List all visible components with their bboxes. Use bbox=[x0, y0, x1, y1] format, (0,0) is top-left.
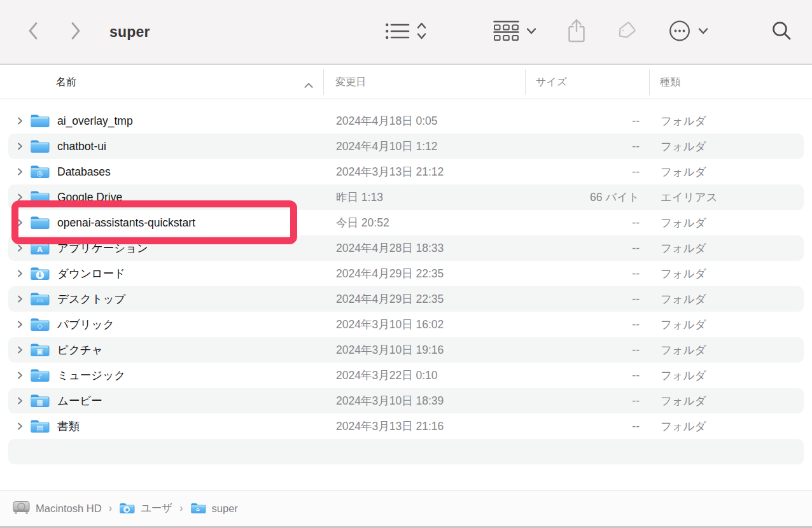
file-kind: フォルダ bbox=[661, 159, 706, 184]
file-size: -- bbox=[525, 134, 640, 159]
sort-ascending-icon bbox=[304, 80, 314, 91]
file-name: ピクチャ bbox=[57, 337, 103, 363]
disclosure-chevron-icon[interactable] bbox=[17, 218, 23, 229]
group-by-button[interactable] bbox=[493, 20, 537, 44]
disclosure-chevron-icon[interactable] bbox=[17, 371, 23, 382]
more-ellipsis-icon bbox=[668, 20, 691, 45]
file-row[interactable]: ▤書類2024年3月13日 21:16--フォルダ bbox=[0, 413, 812, 439]
breadcrumb-label: ユーザ bbox=[141, 501, 172, 515]
file-size: -- bbox=[525, 413, 640, 439]
file-name: chatbot-ui bbox=[57, 134, 106, 159]
share-icon bbox=[566, 18, 587, 46]
folder-icon: A bbox=[30, 240, 50, 256]
view-options-control[interactable] bbox=[386, 22, 427, 43]
file-kind: フォルダ bbox=[661, 388, 706, 413]
file-kind: フォルダ bbox=[661, 286, 706, 312]
file-row[interactable]: ▣ピクチャ2024年3月10日 19:16--フォルダ bbox=[0, 337, 812, 363]
disclosure-chevron-icon[interactable] bbox=[17, 116, 23, 127]
column-header-modified[interactable]: 変更日 bbox=[335, 65, 366, 99]
breadcrumb-label: Macintosh HD bbox=[36, 503, 102, 515]
disclosure-chevron-icon[interactable] bbox=[17, 142, 23, 153]
file-row[interactable]: openai-assistants-quickstart今日 20:52--フォ… bbox=[0, 210, 812, 235]
search-icon bbox=[771, 20, 792, 43]
file-row[interactable]: ▦ムービー2024年3月10日 18:39--フォルダ bbox=[0, 388, 812, 413]
forward-chevron-icon bbox=[69, 21, 83, 43]
file-row[interactable]: chatbot-ui2024年4月10日 1:12--フォルダ bbox=[0, 134, 812, 159]
modified-date: 2024年3月10日 18:39 bbox=[336, 388, 444, 413]
folder-icon bbox=[30, 139, 50, 155]
column-divider[interactable] bbox=[649, 69, 650, 95]
disclosure-chevron-icon[interactable] bbox=[17, 244, 23, 254]
list-view-icon bbox=[386, 22, 410, 41]
file-name: ミュージック bbox=[57, 363, 125, 388]
file-kind: フォルダ bbox=[661, 337, 706, 363]
breadcrumb-super[interactable]: ⌂ super bbox=[190, 502, 238, 515]
file-name: Google Drive bbox=[57, 184, 122, 210]
breadcrumb-separator: › bbox=[108, 503, 113, 514]
file-name: デスクトップ bbox=[57, 286, 125, 312]
folder-icon: ▣ bbox=[30, 342, 50, 358]
file-kind: エイリアス bbox=[661, 184, 718, 210]
forward-button[interactable] bbox=[69, 21, 83, 43]
file-row[interactable]: Aアプリケーション2024年4月28日 18:33--フォルダ bbox=[0, 235, 812, 261]
file-size: -- bbox=[525, 337, 640, 363]
downloads-emblem-icon: ↓ bbox=[36, 271, 44, 279]
file-row[interactable]: ◇パブリック2024年3月10日 16:02--フォルダ bbox=[0, 312, 812, 337]
pictures-emblem-icon: ▣ bbox=[36, 348, 43, 355]
share-button[interactable] bbox=[566, 18, 587, 46]
file-row[interactable]: ai_overlay_tmp2024年4月18日 0:05--フォルダ bbox=[0, 108, 812, 134]
modified-date: 2024年4月29日 22:35 bbox=[336, 286, 444, 312]
disclosure-chevron-icon[interactable] bbox=[17, 295, 23, 305]
folder-icon: ▤ bbox=[30, 419, 50, 434]
file-row[interactable]: Google Drive昨日 1:1366 バイトエイリアス bbox=[0, 184, 812, 210]
folder-icon: ▭ bbox=[30, 291, 50, 307]
search-button[interactable] bbox=[771, 20, 792, 43]
folder-icon bbox=[30, 190, 50, 205]
public-emblem-icon: ◇ bbox=[37, 323, 42, 330]
disclosure-chevron-icon[interactable] bbox=[17, 396, 23, 407]
modified-date: 2024年4月18日 0:05 bbox=[336, 108, 438, 134]
disclosure-chevron-icon[interactable] bbox=[17, 193, 23, 204]
folder-icon bbox=[30, 215, 50, 231]
file-size: -- bbox=[525, 261, 640, 286]
tag-button[interactable] bbox=[615, 20, 638, 45]
file-name: 書類 bbox=[57, 413, 80, 439]
column-header-kind[interactable]: 種類 bbox=[660, 65, 680, 99]
column-divider[interactable] bbox=[525, 69, 526, 95]
file-size: -- bbox=[525, 210, 640, 235]
disclosure-chevron-icon[interactable] bbox=[17, 320, 23, 331]
databases-emblem-icon: ◎ bbox=[37, 170, 43, 177]
hard-drive-icon bbox=[13, 500, 30, 517]
breadcrumb-users[interactable]: ◉ ユーザ bbox=[119, 501, 172, 515]
file-name: ai_overlay_tmp bbox=[57, 108, 133, 134]
file-name: ムービー bbox=[57, 388, 102, 413]
disclosure-chevron-icon[interactable] bbox=[17, 167, 23, 178]
modified-date: 2024年4月28日 18:33 bbox=[336, 235, 444, 261]
file-kind: フォルダ bbox=[661, 413, 706, 439]
disclosure-chevron-icon[interactable] bbox=[17, 345, 23, 356]
disclosure-chevron-icon[interactable] bbox=[17, 269, 23, 280]
file-row[interactable]: ▭デスクトップ2024年4月29日 22:35--フォルダ bbox=[0, 286, 812, 312]
folder-icon: ↓ bbox=[30, 266, 50, 282]
home-emblem-icon: ⌂ bbox=[196, 507, 200, 512]
folder-icon bbox=[30, 113, 50, 129]
file-kind: フォルダ bbox=[661, 312, 706, 337]
column-divider[interactable] bbox=[323, 69, 324, 95]
movies-emblem-icon: ▦ bbox=[36, 399, 43, 406]
column-header-name[interactable]: 名前 bbox=[56, 65, 76, 99]
modified-date: 2024年3月13日 21:12 bbox=[336, 159, 444, 184]
disclosure-chevron-icon[interactable] bbox=[17, 422, 23, 433]
file-name: アプリケーション bbox=[57, 235, 148, 261]
folder-icon: ◎ bbox=[30, 164, 50, 180]
folder-icon: ◇ bbox=[30, 317, 50, 333]
column-header-size[interactable]: サイズ bbox=[536, 65, 567, 99]
modified-date: 今日 20:52 bbox=[336, 210, 389, 235]
breadcrumb-macintosh-hd[interactable]: Macintosh HD bbox=[13, 500, 102, 517]
back-button[interactable] bbox=[25, 21, 40, 43]
modified-date: 2024年4月10日 1:12 bbox=[336, 134, 438, 159]
desktop-emblem-icon: ▭ bbox=[36, 297, 43, 304]
file-row[interactable]: ◎Databases2024年3月13日 21:12--フォルダ bbox=[0, 159, 812, 184]
file-row[interactable]: ♪ミュージック2024年3月22日 0:10--フォルダ bbox=[0, 363, 812, 388]
file-row[interactable]: ↓ダウンロード2024年4月29日 22:35--フォルダ bbox=[0, 261, 812, 286]
more-options-button[interactable] bbox=[668, 20, 709, 45]
